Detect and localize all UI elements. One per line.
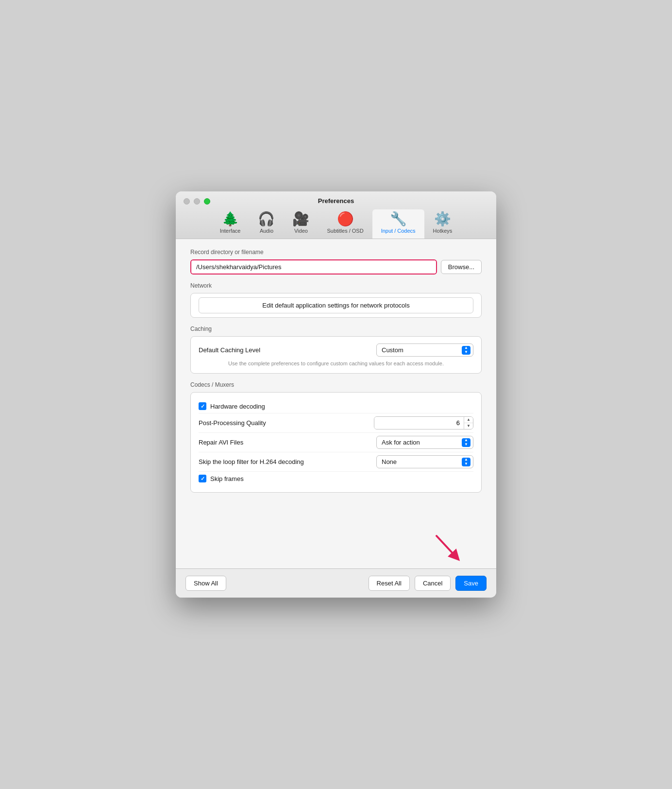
caching-level-row: Default Caching Level Custom Lowest late…: [199, 343, 473, 357]
browse-button[interactable]: Browse...: [441, 260, 482, 274]
codecs-section-title: Codecs / Muxers: [190, 381, 482, 388]
repair-avi-select-wrapper: Ask for action Always fix Never fix ▲ ▼: [376, 436, 473, 449]
tab-input-codecs[interactable]: 🔧 Input / Codecs: [372, 209, 424, 239]
tab-hotkeys[interactable]: ⚙️ Hotkeys: [424, 209, 461, 239]
audio-icon: 🎧: [258, 212, 275, 226]
skip-loop-select-wrapper: None Non-ref Bidir Non-key All ▲ ▼: [376, 455, 473, 468]
skip-loop-select[interactable]: None Non-ref Bidir Non-key All: [376, 455, 473, 468]
hardware-decoding-row: Hardware decoding: [199, 399, 473, 413]
record-section: Record directory or filename Browse...: [190, 249, 482, 274]
network-section: Network Edit default application setting…: [190, 282, 482, 318]
skip-frames-checkbox[interactable]: [199, 475, 206, 482]
tab-video-label: Video: [294, 228, 308, 234]
caching-level-select[interactable]: Custom Lowest latency Low latency Normal…: [376, 343, 473, 357]
spacer: [190, 500, 482, 559]
caching-section: Caching Default Caching Level Custom Low…: [190, 326, 482, 374]
close-button[interactable]: [184, 198, 190, 205]
tab-interface[interactable]: 🌲 Interface: [211, 209, 250, 239]
record-input-wrapper: [190, 259, 437, 274]
tab-audio[interactable]: 🎧 Audio: [249, 209, 284, 239]
main-content: Record directory or filename Browse... N…: [176, 239, 496, 568]
minimize-button[interactable]: [194, 198, 200, 205]
skip-loop-row: Skip the loop filter for H.264 decoding …: [199, 452, 473, 471]
spinbox-up-button[interactable]: ▲: [464, 417, 473, 423]
preferences-window: Preferences 🌲 Interface 🎧 Audio 🎥 Video …: [176, 191, 496, 598]
show-all-button[interactable]: Show All: [185, 576, 226, 591]
caching-hint: Use the complete preferences to configur…: [199, 360, 473, 366]
spinbox-buttons: ▲ ▼: [464, 417, 473, 429]
reset-all-button[interactable]: Reset All: [369, 576, 410, 591]
spinbox-down-button[interactable]: ▼: [464, 423, 473, 429]
footer: Show All Reset All Cancel Save: [176, 568, 496, 598]
titlebar: Preferences 🌲 Interface 🎧 Audio 🎥 Video …: [176, 191, 496, 239]
post-processing-input[interactable]: [374, 417, 464, 429]
network-section-title: Network: [190, 282, 482, 289]
hardware-decoding-checkbox[interactable]: [199, 402, 206, 410]
codecs-section: Codecs / Muxers Hardware decoding Post-P…: [190, 381, 482, 493]
skip-frames-label: Skip frames: [210, 475, 244, 482]
caching-box: Default Caching Level Custom Lowest late…: [190, 336, 482, 374]
footer-right: Reset All Cancel Save: [369, 576, 487, 591]
save-button[interactable]: Save: [455, 576, 487, 591]
tab-interface-label: Interface: [220, 228, 241, 234]
network-settings-button[interactable]: Edit default application settings for ne…: [199, 297, 473, 313]
record-input[interactable]: [191, 260, 436, 274]
codecs-box: Hardware decoding Post-Processing Qualit…: [190, 392, 482, 493]
record-section-title: Record directory or filename: [190, 249, 482, 256]
tab-input-codecs-label: Input / Codecs: [381, 228, 416, 234]
subtitles-icon: 🔴: [337, 212, 354, 226]
tab-bar: 🌲 Interface 🎧 Audio 🎥 Video 🔴 Subtitles …: [211, 209, 461, 239]
interface-icon: 🌲: [222, 212, 239, 226]
repair-avi-select[interactable]: Ask for action Always fix Never fix: [376, 436, 473, 449]
skip-frames-checkbox-row: Skip frames: [199, 475, 244, 482]
hotkeys-icon: ⚙️: [434, 212, 451, 226]
hardware-decoding-label: Hardware decoding: [210, 403, 265, 410]
skip-frames-row: Skip frames: [199, 471, 473, 485]
tab-subtitles-label: Subtitles / OSD: [327, 228, 363, 234]
maximize-button[interactable]: [204, 198, 210, 205]
post-processing-row: Post-Processing Quality ▲ ▼: [199, 413, 473, 432]
hardware-decoding-checkbox-row: Hardware decoding: [199, 402, 265, 410]
skip-loop-label: Skip the loop filter for H.264 decoding: [199, 458, 304, 465]
record-row: Browse...: [190, 259, 482, 274]
caching-select-wrapper: Custom Lowest latency Low latency Normal…: [376, 343, 473, 357]
repair-avi-row: Repair AVI Files Ask for action Always f…: [199, 432, 473, 452]
tab-audio-label: Audio: [260, 228, 273, 234]
tab-subtitles[interactable]: 🔴 Subtitles / OSD: [318, 209, 372, 239]
traffic-lights: [184, 198, 210, 205]
repair-avi-label: Repair AVI Files: [199, 439, 243, 446]
network-box: Edit default application settings for ne…: [190, 293, 482, 318]
tab-video[interactable]: 🎥 Video: [284, 209, 318, 239]
caching-level-label: Default Caching Level: [199, 346, 260, 354]
tab-hotkeys-label: Hotkeys: [433, 228, 453, 234]
post-processing-spinbox: ▲ ▼: [374, 416, 473, 429]
window-title: Preferences: [318, 197, 354, 205]
caching-section-title: Caching: [190, 326, 482, 332]
post-processing-label: Post-Processing Quality: [199, 419, 266, 427]
video-icon: 🎥: [292, 212, 309, 226]
input-codecs-icon: 🔧: [390, 212, 407, 226]
cancel-button[interactable]: Cancel: [415, 576, 451, 591]
